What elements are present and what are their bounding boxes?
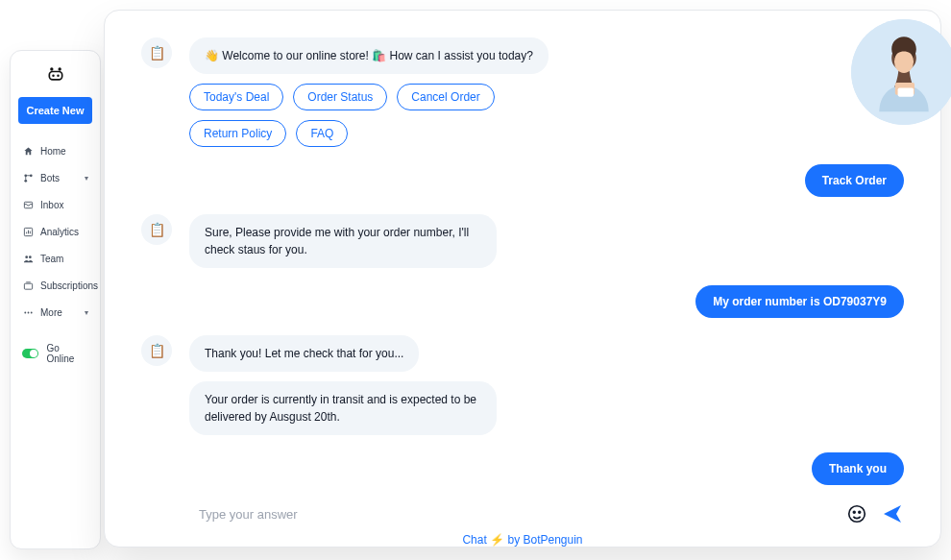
toggle-switch-icon[interactable]	[22, 349, 38, 358]
sidebar-item-more[interactable]: More ▾	[11, 299, 100, 326]
sidebar-item-inbox[interactable]: Inbox	[11, 191, 100, 218]
svg-point-10	[25, 256, 28, 258]
go-online-label: Go Online	[46, 343, 88, 364]
svg-point-3	[52, 74, 55, 77]
svg-point-16	[849, 506, 866, 523]
user-bubble: My order number is OD79037Y9	[695, 285, 904, 318]
bot-message-row: 📋 👋 Welcome to our online store! 🛍️ How …	[141, 37, 904, 147]
bot-message-row: 📋 Sure, Please provide me with your orde…	[141, 214, 904, 268]
svg-point-5	[24, 174, 27, 177]
sidebar-item-label: Team	[40, 254, 63, 264]
bot-avatar: 📋	[141, 335, 172, 366]
bot-bubble: Thank you! Let me check that for you...	[189, 335, 419, 372]
user-profile-avatar	[851, 19, 951, 125]
inbox-icon	[22, 199, 34, 210]
chat-input-row	[141, 502, 904, 525]
user-message-row: Track Order	[141, 164, 904, 197]
footer-credit: Chat ⚡ by BotPenguin	[141, 533, 904, 547]
sidebar-item-label: Inbox	[40, 200, 63, 210]
chevron-down-icon: ▾	[85, 174, 88, 183]
chip-cancel-order[interactable]: Cancel Order	[397, 84, 494, 110]
bot-avatar: 📋	[141, 37, 172, 68]
chevron-down-icon: ▾	[85, 308, 88, 317]
send-button[interactable]	[881, 502, 904, 525]
svg-point-7	[24, 179, 27, 182]
sidebar-item-label: Home	[40, 146, 66, 157]
svg-point-13	[24, 311, 26, 313]
sidebar-item-home[interactable]: Home	[11, 137, 100, 164]
svg-point-17	[853, 511, 855, 513]
user-bubble: Thank you	[812, 452, 904, 485]
svg-rect-22	[898, 88, 914, 97]
svg-point-1	[58, 67, 61, 70]
go-online-toggle[interactable]: Go Online	[11, 335, 100, 372]
bot-message-row: 📋 Thank you! Let me check that for you..…	[141, 335, 904, 435]
chip-return-policy[interactable]: Return Policy	[189, 120, 286, 147]
bot-bubble: Sure, Please provide me with your order …	[189, 214, 497, 268]
quick-reply-chips: Today's Deal Order Status Cancel Order R…	[189, 84, 593, 147]
bots-icon	[22, 172, 34, 183]
home-icon	[22, 145, 34, 157]
sidebar-nav: Create New Home Bots ▾ Inbox Analytics T…	[10, 50, 101, 549]
app-logo	[11, 64, 100, 84]
user-message-row: Thank you	[141, 452, 904, 485]
sidebar-item-label: More	[40, 307, 62, 318]
analytics-icon	[22, 226, 34, 237]
bot-bubble: 👋 Welcome to our online store! 🛍️ How ca…	[189, 37, 549, 74]
svg-point-14	[27, 311, 29, 313]
svg-point-11	[28, 256, 31, 258]
emoji-button[interactable]	[846, 503, 867, 524]
chip-faq[interactable]: FAQ	[296, 120, 348, 147]
user-bubble: Track Order	[805, 164, 904, 197]
more-icon	[22, 306, 34, 318]
bot-bubble: Your order is currently in transit and i…	[189, 381, 497, 435]
subscriptions-icon	[22, 280, 34, 291]
chip-order-status[interactable]: Order Status	[293, 84, 387, 110]
sidebar-item-label: Analytics	[40, 227, 79, 237]
chip-todays-deal[interactable]: Today's Deal	[189, 84, 283, 110]
user-message-row: My order number is OD79037Y9	[141, 285, 904, 318]
svg-point-6	[29, 174, 32, 177]
svg-rect-12	[24, 283, 32, 289]
svg-point-15	[30, 311, 32, 313]
chat-window: 📋 👋 Welcome to our online store! 🛍️ How …	[104, 10, 941, 548]
sidebar-item-subscriptions[interactable]: Subscriptions	[11, 272, 100, 299]
bot-avatar: 📋	[141, 214, 172, 245]
svg-point-0	[50, 67, 53, 70]
sidebar-item-label: Subscriptions	[40, 280, 98, 291]
svg-point-18	[859, 511, 861, 513]
team-icon	[22, 253, 34, 264]
sidebar-item-team[interactable]: Team	[11, 245, 100, 272]
sidebar-item-analytics[interactable]: Analytics	[11, 218, 100, 245]
svg-point-4	[57, 74, 60, 77]
create-new-button[interactable]: Create New	[18, 97, 92, 124]
svg-rect-2	[49, 72, 61, 80]
sidebar-item-bots[interactable]: Bots ▾	[11, 164, 100, 191]
sidebar-item-label: Bots	[40, 173, 60, 183]
chat-input[interactable]	[199, 507, 833, 522]
